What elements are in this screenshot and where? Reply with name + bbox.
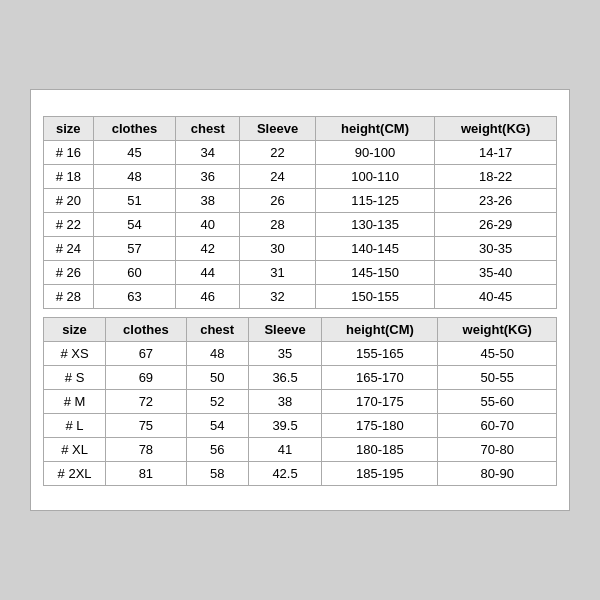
table-row: # 22544028130-13526-29 bbox=[44, 213, 557, 237]
table-cell: 36 bbox=[176, 165, 240, 189]
table1-header-row: sizeclotheschestSleeveheight(CM)weight(K… bbox=[44, 117, 557, 141]
table-cell: 60 bbox=[93, 261, 176, 285]
table-row: # 20513826115-12523-26 bbox=[44, 189, 557, 213]
table-cell: # 16 bbox=[44, 141, 94, 165]
table-cell: 57 bbox=[93, 237, 176, 261]
table-cell: 55-60 bbox=[438, 390, 557, 414]
table-cell: 24 bbox=[240, 165, 316, 189]
table1-col-header: Sleeve bbox=[240, 117, 316, 141]
table-cell: 38 bbox=[176, 189, 240, 213]
table-cell: 46 bbox=[176, 285, 240, 309]
table-row: # 24574230140-14530-35 bbox=[44, 237, 557, 261]
table1-col-header: weight(KG) bbox=[435, 117, 557, 141]
table-cell: 48 bbox=[186, 342, 248, 366]
table1-header: sizeclotheschestSleeveheight(CM)weight(K… bbox=[44, 117, 557, 141]
table-cell: 54 bbox=[93, 213, 176, 237]
table1-col-header: size bbox=[44, 117, 94, 141]
table-cell: 35-40 bbox=[435, 261, 557, 285]
table-row: # 28634632150-15540-45 bbox=[44, 285, 557, 309]
table-cell: # 18 bbox=[44, 165, 94, 189]
table1-body: # 1645342290-10014-17# 18483624100-11018… bbox=[44, 141, 557, 309]
table-row: # S695036.5165-17050-55 bbox=[44, 366, 557, 390]
table-cell: # L bbox=[44, 414, 106, 438]
table-cell: # 28 bbox=[44, 285, 94, 309]
table2-col-header: chest bbox=[186, 318, 248, 342]
table2-col-header: clothes bbox=[106, 318, 187, 342]
table-cell: # XS bbox=[44, 342, 106, 366]
table-cell: 42.5 bbox=[248, 462, 322, 486]
table-cell: 180-185 bbox=[322, 438, 438, 462]
table-cell: 54 bbox=[186, 414, 248, 438]
table-cell: 145-150 bbox=[315, 261, 434, 285]
table-cell: 70-80 bbox=[438, 438, 557, 462]
table-cell: 69 bbox=[106, 366, 187, 390]
table-cell: 50 bbox=[186, 366, 248, 390]
table-cell: 35 bbox=[248, 342, 322, 366]
table-row: # 18483624100-11018-22 bbox=[44, 165, 557, 189]
table-cell: 80-90 bbox=[438, 462, 557, 486]
table-cell: 51 bbox=[93, 189, 176, 213]
table-row: # XS674835155-16545-50 bbox=[44, 342, 557, 366]
table-cell: 48 bbox=[93, 165, 176, 189]
table2-col-header: Sleeve bbox=[248, 318, 322, 342]
table-cell: 36.5 bbox=[248, 366, 322, 390]
table-cell: 175-180 bbox=[322, 414, 438, 438]
table-cell: # 22 bbox=[44, 213, 94, 237]
table-cell: 140-145 bbox=[315, 237, 434, 261]
table-cell: 44 bbox=[176, 261, 240, 285]
table-cell: 63 bbox=[93, 285, 176, 309]
table-cell: 67 bbox=[106, 342, 187, 366]
table-cell: 32 bbox=[240, 285, 316, 309]
table-cell: 14-17 bbox=[435, 141, 557, 165]
table-cell: 58 bbox=[186, 462, 248, 486]
table2-col-header: size bbox=[44, 318, 106, 342]
table-cell: 100-110 bbox=[315, 165, 434, 189]
table-row: # XL785641180-18570-80 bbox=[44, 438, 557, 462]
table-cell: 22 bbox=[240, 141, 316, 165]
table-cell: 30 bbox=[240, 237, 316, 261]
table-row: # M725238170-17555-60 bbox=[44, 390, 557, 414]
table-cell: 72 bbox=[106, 390, 187, 414]
table-cell: # 20 bbox=[44, 189, 94, 213]
table-cell: 26-29 bbox=[435, 213, 557, 237]
table-cell: 39.5 bbox=[248, 414, 322, 438]
table-row: # 26604431145-15035-40 bbox=[44, 261, 557, 285]
table-cell: 34 bbox=[176, 141, 240, 165]
table2-body: # XS674835155-16545-50# S695036.5165-170… bbox=[44, 342, 557, 486]
size-chart-card: sizeclotheschestSleeveheight(CM)weight(K… bbox=[30, 89, 570, 511]
table-cell: 185-195 bbox=[322, 462, 438, 486]
table-cell: 50-55 bbox=[438, 366, 557, 390]
table1-col-header: clothes bbox=[93, 117, 176, 141]
table-cell: 42 bbox=[176, 237, 240, 261]
table-cell: 26 bbox=[240, 189, 316, 213]
size-table-1: sizeclotheschestSleeveheight(CM)weight(K… bbox=[43, 116, 557, 309]
table-cell: # 26 bbox=[44, 261, 94, 285]
table-cell: 45-50 bbox=[438, 342, 557, 366]
table-cell: 90-100 bbox=[315, 141, 434, 165]
table-cell: 45 bbox=[93, 141, 176, 165]
table-cell: 38 bbox=[248, 390, 322, 414]
table-cell: 31 bbox=[240, 261, 316, 285]
table-cell: 170-175 bbox=[322, 390, 438, 414]
table-cell: # S bbox=[44, 366, 106, 390]
table2-header: sizeclotheschestSleeveheight(CM)weight(K… bbox=[44, 318, 557, 342]
table-cell: 56 bbox=[186, 438, 248, 462]
table-row: # 2XL815842.5185-19580-90 bbox=[44, 462, 557, 486]
table-cell: 75 bbox=[106, 414, 187, 438]
table-cell: 130-135 bbox=[315, 213, 434, 237]
table-cell: 40 bbox=[176, 213, 240, 237]
table2-col-header: height(CM) bbox=[322, 318, 438, 342]
table-cell: # M bbox=[44, 390, 106, 414]
table-cell: 40-45 bbox=[435, 285, 557, 309]
table-cell: 41 bbox=[248, 438, 322, 462]
table-cell: 81 bbox=[106, 462, 187, 486]
table-cell: 78 bbox=[106, 438, 187, 462]
table-cell: 115-125 bbox=[315, 189, 434, 213]
table-cell: 150-155 bbox=[315, 285, 434, 309]
table1-col-header: chest bbox=[176, 117, 240, 141]
size-table-2: sizeclotheschestSleeveheight(CM)weight(K… bbox=[43, 317, 557, 486]
table-cell: 30-35 bbox=[435, 237, 557, 261]
table-cell: # XL bbox=[44, 438, 106, 462]
table2-header-row: sizeclotheschestSleeveheight(CM)weight(K… bbox=[44, 318, 557, 342]
table-cell: 23-26 bbox=[435, 189, 557, 213]
